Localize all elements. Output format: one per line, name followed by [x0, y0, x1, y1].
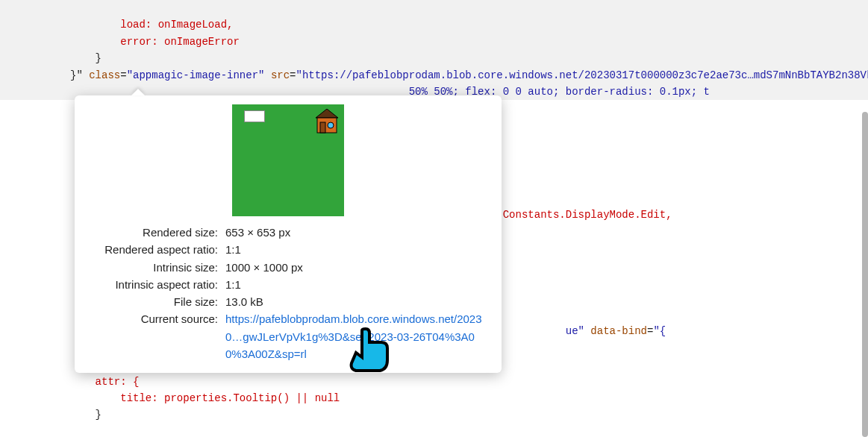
- code-line: [7, 309, 13, 321]
- code-line: }: [7, 52, 102, 64]
- preview-white-rect: [244, 110, 265, 122]
- image-preview-wrap: [87, 104, 490, 216]
- info-row-intrinsic-ar: Intrinsic aspect ratio: 1:1: [87, 276, 490, 293]
- info-label: File size:: [87, 293, 225, 310]
- code-line: load: onImageLoad,: [7, 19, 233, 31]
- code-line: [7, 359, 13, 371]
- info-row-intrinsic-size: Intrinsic size: 1000 × 1000 px: [87, 259, 490, 276]
- code-line: [7, 342, 13, 354]
- svg-point-3: [328, 122, 334, 128]
- code-line: }" class="appmagic-image-inner" src="htt…: [7, 69, 868, 81]
- code-line: title: properties.Tooltip() || null: [7, 392, 340, 404]
- info-label: Rendered size:: [87, 224, 225, 241]
- house-icon: [314, 109, 340, 134]
- code-line: error: onImageError: [7, 36, 240, 48]
- svg-rect-2: [320, 122, 325, 133]
- info-label: Rendered aspect ratio:: [87, 241, 225, 258]
- info-value: 1:1: [225, 276, 490, 293]
- info-row-rendered-ar: Rendered aspect ratio: 1:1: [87, 241, 490, 258]
- scrollbar[interactable]: [862, 112, 868, 437]
- code-line: [7, 275, 13, 287]
- info-value: 1:1: [225, 241, 490, 258]
- info-row-file-size: File size: 13.0 kB: [87, 293, 490, 310]
- current-source-link[interactable]: https://pafeblobprodam.blob.core.windows…: [225, 312, 482, 360]
- code-line: [7, 259, 13, 271]
- info-label: Intrinsic size:: [87, 259, 225, 276]
- code-line: [7, 242, 13, 254]
- code-line: }: [7, 409, 102, 421]
- info-label: Current source:: [87, 310, 225, 362]
- info-value: 653 × 653 px: [225, 224, 490, 241]
- info-row-current-source: Current source: https://pafeblobprodam.b…: [87, 310, 490, 362]
- info-value: 13.0 kB: [225, 293, 490, 310]
- code-line: attr: {: [7, 376, 139, 388]
- info-row-rendered-size: Rendered size: 653 × 653 px: [87, 224, 490, 241]
- info-value: https://pafeblobprodam.blob.core.windows…: [225, 310, 490, 362]
- code-block-grey: load: onImageLoad, error: onImageError }…: [0, 0, 868, 100]
- code-line: [7, 292, 13, 304]
- image-preview: [232, 104, 344, 216]
- svg-marker-0: [316, 109, 338, 118]
- info-label: Intrinsic aspect ratio:: [87, 276, 225, 293]
- code-line: [7, 225, 13, 237]
- image-hover-tooltip: Rendered size: 653 × 653 px Rendered asp…: [75, 95, 502, 373]
- info-value: 1000 × 1000 px: [225, 259, 490, 276]
